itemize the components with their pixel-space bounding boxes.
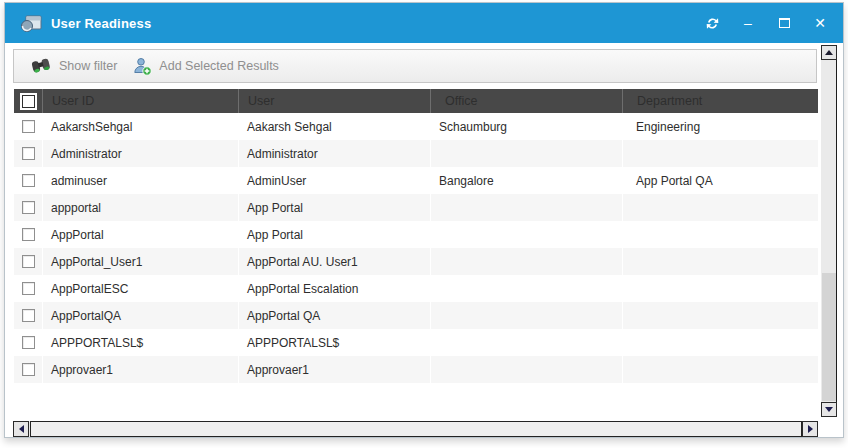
row-checkbox[interactable] [22,120,35,133]
row-checkbox-cell [14,140,42,167]
column-header-user-id[interactable]: User ID [42,89,238,113]
cell-user-id: AppPortal_User1 [42,248,238,275]
user-readiness-window: User Readiness – ✕ [4,2,844,438]
cell-department [622,356,818,383]
cell-department: Engineering [622,113,818,140]
cell-department [622,248,818,275]
table-body: AakarshSehgal Aakarsh Sehgal Schaumburg … [14,113,818,383]
cell-user: Approvaer1 [238,356,430,383]
scroll-down-button[interactable] [821,402,837,417]
add-user-icon [133,57,152,76]
scroll-left-button[interactable] [13,421,29,437]
table-row[interactable]: AppPortal App Portal [14,221,818,248]
arrow-left-icon [19,425,24,433]
window-controls: – ✕ [699,10,833,36]
arrow-up-icon [825,50,833,55]
column-header-user[interactable]: User [238,89,430,113]
cell-user-id: AakarshSehgal [42,113,238,140]
show-filter-label: Show filter [59,59,117,73]
row-checkbox[interactable] [22,201,35,214]
arrow-down-icon [825,407,833,412]
cell-office [430,302,622,329]
column-header-department[interactable]: Department [622,89,818,113]
table-row[interactable]: Administrator Administrator [14,140,818,167]
select-all-cell [14,89,42,113]
cell-office [430,275,622,302]
cell-user: AdminUser [238,167,430,194]
row-checkbox-cell [14,113,42,140]
cell-user: Aakarsh Sehgal [238,113,430,140]
window-content: Show filter Add Selected Results [5,43,843,437]
row-checkbox[interactable] [22,147,35,160]
cell-department: App Portal QA [622,167,818,194]
horizontal-scrollbar-thumb[interactable] [30,421,802,437]
user-table: User ID User Office Department AakarshSe… [14,89,818,383]
cell-user: App Portal [238,194,430,221]
cell-office: Bangalore [430,167,622,194]
cell-office [430,140,622,167]
row-checkbox[interactable] [22,174,35,187]
minimize-button[interactable]: – [735,10,761,36]
row-checkbox[interactable] [22,228,35,241]
row-checkbox[interactable] [22,363,35,376]
cell-user-id: AppPortalQA [42,302,238,329]
cell-office [430,194,622,221]
cell-office [430,221,622,248]
row-checkbox[interactable] [22,255,35,268]
table-row[interactable]: AppPortalESC AppPortal Escalation [14,275,818,302]
cell-user: AppPortal QA [238,302,430,329]
cell-department [622,194,818,221]
vertical-scrollbar-thumb[interactable] [822,273,836,401]
cell-department [622,275,818,302]
show-filter-button[interactable]: Show filter [24,53,127,79]
table-row[interactable]: appportal App Portal [14,194,818,221]
column-header-office[interactable]: Office [430,89,622,113]
cell-user: APPPORTALSL$ [238,329,430,356]
cell-user-id: appportal [42,194,238,221]
row-checkbox[interactable] [22,282,35,295]
table-row[interactable]: AppPortal_User1 AppPortal AU. User1 [14,248,818,275]
row-checkbox-cell [14,302,42,329]
window-title: User Readiness [51,16,151,31]
table-row[interactable]: Approvaer1 Approvaer1 [14,356,818,383]
add-selected-results-label: Add Selected Results [159,59,279,73]
cell-office: Schaumburg [430,113,622,140]
cell-office [430,356,622,383]
binoculars-icon [30,57,52,75]
select-all-checkbox[interactable] [22,95,35,108]
maximize-button[interactable] [771,10,797,36]
cell-user-id: Administrator [42,140,238,167]
cell-user: AppPortal AU. User1 [238,248,430,275]
cell-user-id: AppPortalESC [42,275,238,302]
cell-user-id: adminuser [42,167,238,194]
cell-office [430,248,622,275]
row-checkbox-cell [14,221,42,248]
cell-user: Administrator [238,140,430,167]
arrow-right-icon [808,425,813,433]
row-checkbox[interactable] [22,336,35,349]
table-row[interactable]: AakarshSehgal Aakarsh Sehgal Schaumburg … [14,113,818,140]
table-row[interactable]: AppPortalQA AppPortal QA [14,302,818,329]
toolbar: Show filter Add Selected Results [13,49,817,83]
app-icon [19,12,43,34]
scroll-right-button[interactable] [802,421,818,437]
horizontal-scrollbar[interactable] [13,421,818,437]
row-checkbox[interactable] [22,309,35,322]
close-button[interactable]: ✕ [807,10,833,36]
cell-department [622,221,818,248]
titlebar[interactable]: User Readiness – ✕ [5,3,843,43]
cell-user: App Portal [238,221,430,248]
add-selected-results-button[interactable]: Add Selected Results [127,53,289,80]
row-checkbox-cell [14,167,42,194]
row-checkbox-cell [14,356,42,383]
cell-office [430,329,622,356]
refresh-button[interactable] [699,10,725,36]
vertical-scrollbar[interactable] [821,45,837,417]
cell-user-id: Approvaer1 [42,356,238,383]
table-row[interactable]: adminuser AdminUser Bangalore App Portal… [14,167,818,194]
scroll-up-button[interactable] [821,45,837,60]
cell-department [622,140,818,167]
table-row[interactable]: APPPORTALSL$ APPPORTALSL$ [14,329,818,356]
row-checkbox-cell [14,275,42,302]
cell-user-id: APPPORTALSL$ [42,329,238,356]
